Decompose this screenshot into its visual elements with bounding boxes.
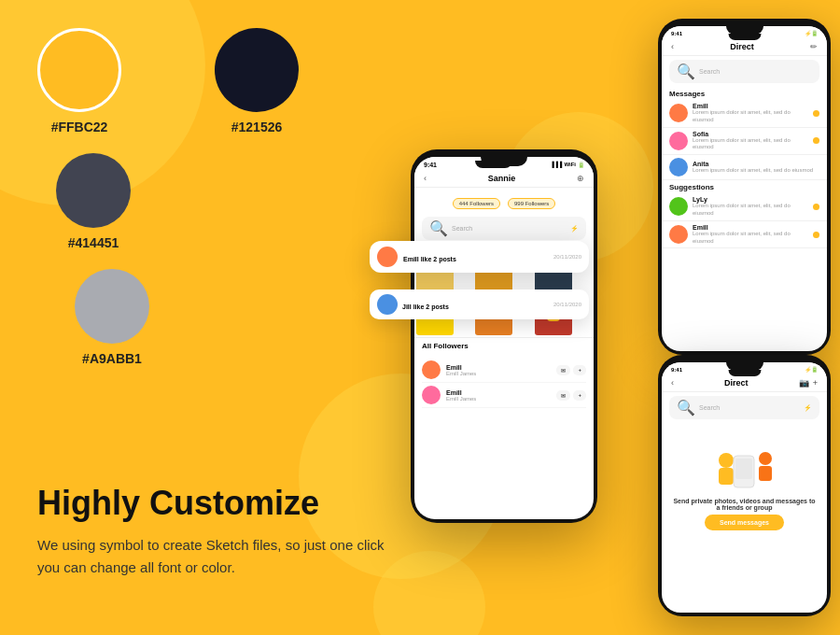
rt-msg-avatar-1: [669, 104, 688, 122]
right-bottom-time: 9:41: [671, 367, 682, 373]
follower-actions-1: ✉ +: [556, 365, 586, 375]
notif-avatar: [377, 247, 398, 267]
rt-msg-content-3: Anita Lorem ipsum dolor sit amet, elit, …: [693, 161, 819, 175]
swatch-yellow-circle: [37, 28, 121, 112]
empty-illustration: [707, 442, 782, 498]
rb-search[interactable]: 🔍 Search ⚡: [669, 396, 819, 419]
main-screen: 9:41 ▐▐▐ WiFi 🔋 ‹ Sannie ⊕ 444 Followers…: [414, 157, 594, 519]
followers-btn[interactable]: 444 Followers: [453, 198, 500, 209]
right-top-time: 9:41: [671, 31, 682, 36]
wifi-icon: WiFi: [564, 162, 576, 167]
follower-avatar-1: [422, 360, 441, 379]
rb-empty-title: Send private photos, videos and messages…: [671, 498, 818, 511]
rt-sugg-1: LyLy Lorem ipsum dolor sit amet, elit, s…: [662, 193, 827, 221]
svg-point-4: [759, 452, 772, 465]
rt-sugg-dot-2: [813, 232, 819, 238]
swatch-yellow: #FFBC22: [37, 28, 121, 134]
rt-msg-dot-1: [813, 110, 819, 117]
following-btn[interactable]: 999 Followers: [508, 198, 555, 209]
rt-sugg-content-1: LyLy Lorem ipsum dolor sit amet, elit, s…: [693, 196, 808, 218]
mini-notch: [475, 161, 512, 168]
phone-main: 9:41 ▐▐▐ WiFi 🔋 ‹ Sannie ⊕ 444 Followers…: [411, 149, 597, 523]
follower-info-1: Emill Emill James: [446, 364, 476, 376]
svg-point-0: [719, 453, 734, 468]
profile-stats: 444 Followers 999 Followers: [418, 198, 590, 209]
phone-right-top: 9:41 ⚡🔋 ‹ Direct ✏ 🔍 Search Messages Emi…: [658, 19, 831, 355]
filter-icon[interactable]: ⚡: [570, 225, 579, 233]
edit-icon[interactable]: ⊕: [577, 174, 584, 183]
rt-msg-preview-3: Lorem ipsum dolor sit amet, elit, sed do…: [693, 167, 819, 175]
right-top-header: ‹ Direct ✏: [662, 38, 827, 56]
rb-plus-icon[interactable]: +: [813, 378, 818, 388]
follower-sub-1: Emill James: [446, 371, 476, 376]
notif-content: Emill like 2 posts: [403, 248, 456, 265]
right-top-battery: ⚡🔋: [805, 30, 818, 36]
swatch-gray-dark: #414451: [56, 153, 131, 250]
bottom-text-area: Highly Customize We using symbol to crea…: [37, 483, 392, 579]
rt-edit-icon[interactable]: ✏: [810, 42, 818, 51]
rt-msg-name-2: Sofia: [693, 131, 808, 137]
rt-sugg-2: Emill Lorem ipsum dolor sit amet, elit, …: [662, 221, 827, 249]
notif2-avatar: [377, 294, 398, 315]
svg-rect-5: [759, 466, 772, 481]
main-time: 9:41: [424, 162, 437, 168]
main-search[interactable]: 🔍 Search ⚡: [422, 217, 586, 240]
right-top-notch: [726, 26, 763, 35]
notification-popup: Emill like 2 posts 20/11/2020: [370, 241, 589, 273]
swatch-gray-light-circle: [75, 269, 149, 344]
signal-icon: ▐▐▐: [551, 162, 563, 167]
rb-camera-icon[interactable]: 📷: [799, 378, 809, 388]
follower-action-add-1[interactable]: +: [573, 365, 586, 375]
rt-msg-1: Emill Lorem ipsum dolor sit amet, elit, …: [662, 100, 827, 128]
notification-popup-2: Jill like 2 posts 20/11/2020: [370, 289, 589, 319]
follower-action-msg-2[interactable]: ✉: [556, 390, 570, 401]
swatch-dark: #121526: [215, 28, 299, 134]
notif2-text: Jill like 2 posts: [402, 303, 449, 310]
follower-action-add-2[interactable]: +: [573, 390, 586, 401]
rt-search-text: Search: [699, 68, 720, 75]
follower-actions-2: ✉ +: [556, 390, 586, 401]
rt-msg-dot-2: [813, 137, 819, 144]
rt-msg-3: Anita Lorem ipsum dolor sit amet, elit, …: [662, 155, 827, 180]
follower-avatar-2: [422, 386, 441, 404]
phone-right-bottom: 9:41 ⚡🔋 ‹ Direct 📷 + 🔍 Search ⚡: [658, 355, 831, 616]
swatch-yellow-label: #FFBC22: [51, 120, 108, 134]
follower-name-2: Emill: [446, 389, 476, 396]
main-status-icons: ▐▐▐ WiFi 🔋: [551, 162, 584, 168]
rb-send-btn[interactable]: Send messages: [705, 515, 784, 530]
follower-name-1: Emill: [446, 364, 476, 371]
notif2-date: 20/11/2020: [553, 302, 581, 307]
follower-sub-2: Emill James: [446, 396, 476, 402]
rt-sugg-dot-1: [813, 204, 819, 210]
profile-header: 444 Followers 999 Followers: [414, 188, 594, 213]
rt-sugg-preview-2: Lorem ipsum dolor sit amet, elit, sed do…: [693, 231, 808, 246]
svg-rect-1: [719, 468, 734, 485]
right-bottom-header: ‹ Direct 📷 +: [662, 374, 827, 392]
rt-sugg-content-2: Emill Lorem ipsum dolor sit amet, elit, …: [693, 224, 808, 246]
rt-msg-avatar-3: [669, 158, 688, 176]
rt-msg-name-3: Anita: [693, 161, 819, 167]
rt-sugg-avatar-2: [669, 225, 688, 244]
rt-search[interactable]: 🔍 Search: [669, 60, 819, 83]
rb-search-icon: 🔍: [677, 399, 695, 416]
rt-msg-name-1: Emill: [693, 103, 808, 109]
swatch-gray-dark-circle: [56, 153, 131, 228]
empty-state: Send private photos, videos and messages…: [662, 423, 827, 549]
headline: Highly Customize: [37, 483, 392, 523]
rt-sugg-name-1: LyLy: [693, 196, 808, 203]
notif-text: Emill like 2 posts: [403, 256, 456, 262]
notif2-content: Jill like 2 posts: [402, 296, 449, 313]
rt-sugg-name-2: Emill: [693, 224, 808, 231]
subtext: We using symbol to create Sketch files, …: [37, 534, 392, 579]
rb-filter-icon[interactable]: ⚡: [804, 404, 812, 412]
rt-msg-preview-2: Lorem ipsum dolor sit amet, elit, sed do…: [693, 137, 808, 152]
followers-section: Emill Emill James ✉ + Emill Emill James: [414, 354, 594, 412]
rt-msg-2: Sofia Lorem ipsum dolor sit amet, elit, …: [662, 128, 827, 156]
phones-area: 9:41 ▐▐▐ WiFi 🔋 ‹ Sannie ⊕ 444 Followers…: [355, 0, 840, 635]
right-bottom-screen: 9:41 ⚡🔋 ‹ Direct 📷 + 🔍 Search ⚡: [662, 362, 827, 613]
right-top-mini-notch: [728, 34, 761, 40]
follower-action-msg-1[interactable]: ✉: [556, 365, 570, 375]
search-icon: 🔍: [429, 219, 448, 237]
rt-msg-avatar-2: [669, 132, 688, 150]
swatch-dark-circle: [215, 28, 299, 112]
